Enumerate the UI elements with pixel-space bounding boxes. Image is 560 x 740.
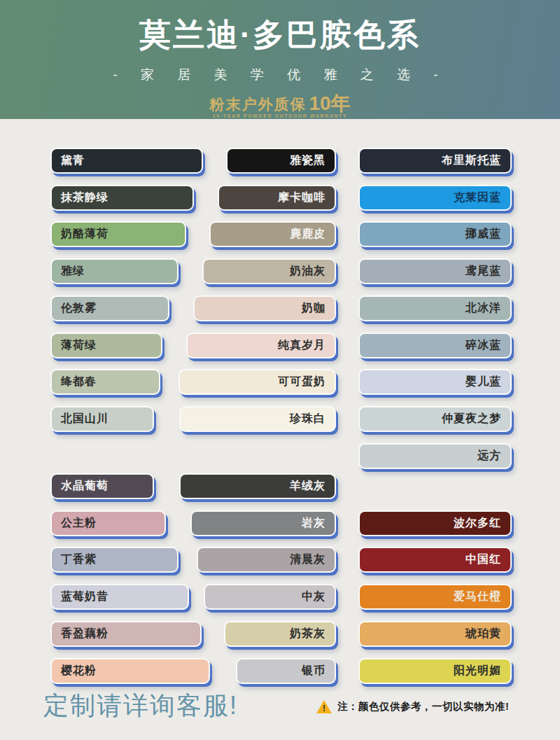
swatch-可可蛋奶: 可可蛋奶 [178,369,336,395]
page-title: 莫兰迪·多巴胺色系 [0,0,560,56]
swatch-婴儿蓝: 婴儿蓝 [358,369,512,395]
swatch-label: 清晨灰 [290,552,326,567]
swatch-阳光明媚: 阳光明媚 [358,658,512,684]
swatch-丁香紫: 丁香紫 [50,547,178,573]
swatch-label: 雅绿 [61,264,85,279]
swatch-label: 抹茶静绿 [61,190,108,205]
swatch-label: 羊绒灰 [290,479,326,494]
swatch-label: 中国红 [465,552,501,567]
swatch-薄荷绿: 薄荷绿 [50,333,162,358]
swatch-雅瓷黑: 雅瓷黑 [226,148,336,174]
swatch-label: 阳光明媚 [454,664,501,678]
warranty-badge-english: 10-YEAR POWDER OUTDOOR WARRANTY [0,113,560,118]
contact-service-text: 定制请详询客服! [43,689,238,723]
swatch-label: 水晶葡萄 [61,479,108,494]
swatch-label: 可可蛋奶 [278,375,326,389]
swatch-label: 远方 [477,449,501,463]
swatch-抹茶静绿: 抹茶静绿 [50,185,194,211]
swatch-label: 香盈藕粉 [61,627,108,641]
swatch-label: 克莱因蓝 [454,190,501,205]
swatch-清晨灰: 清晨灰 [197,547,336,573]
swatch-雅绿: 雅绿 [50,258,178,284]
swatch-label: 丁香紫 [61,552,97,567]
swatch-label: 奶酪薄荷 [61,227,108,242]
header: 莫兰迪·多巴胺色系 - 家 居 美 学 优 雅 之 选 - 粉末户外质保 10年… [0,0,560,119]
swatch-北国山川: 北国山川 [50,406,154,432]
warranty-badge-text: 粉末户外质保 [209,97,306,111]
swatch-label: 伦敦雾 [61,301,97,316]
swatch-label: 琥珀黄 [465,627,501,641]
swatch-布里斯托蓝: 布里斯托蓝 [358,148,512,174]
swatch-奶咖: 奶咖 [193,295,336,321]
swatch-label: 鸢尾蓝 [465,264,501,279]
swatch-label: 薄荷绿 [61,338,97,353]
swatch-羊绒灰: 羊绒灰 [179,473,336,499]
swatch-label: 银币 [302,664,326,678]
swatch-公主粉: 公主粉 [50,510,166,536]
swatch-label: 北国山川 [61,412,108,426]
swatch-label: 奶咖 [302,301,326,316]
swatch-珍珠白: 珍珠白 [179,406,336,432]
page-subtitle: - 家 居 美 学 优 雅 之 选 - [0,66,560,84]
disclaimer-text: 注：颜色仅供参考，一切以实物为准! [337,700,509,713]
swatch-北冰洋: 北冰洋 [358,295,512,321]
swatch-奶油灰: 奶油灰 [202,258,336,284]
swatch-label: 公主粉 [61,516,97,531]
swatch-label: 奶油灰 [290,264,326,279]
swatch-label: 麂鹿皮 [290,227,326,242]
color-disclaimer: ! 注：颜色仅供参考，一切以实物为准! [316,700,509,713]
swatch-远方: 远方 [358,443,512,469]
swatch-黛青: 黛青 [50,148,203,174]
swatch-中灰: 中灰 [204,584,336,610]
swatch-爱马仕橙: 爱马仕橙 [358,584,512,610]
swatch-伦敦雾: 伦敦雾 [50,295,169,321]
swatch-琥珀黄: 琥珀黄 [358,621,512,647]
warranty-badge-years: 10年 [309,94,350,113]
swatch-樱花粉: 樱花粉 [50,658,210,684]
swatch-label: 波尔多红 [454,516,501,531]
swatch-水晶葡萄: 水晶葡萄 [50,473,154,499]
swatch-label: 碎冰蓝 [465,338,501,353]
warning-icon: ! [316,700,332,713]
swatch-摩卡咖啡: 摩卡咖啡 [218,185,336,211]
swatch-麂鹿皮: 麂鹿皮 [209,221,336,247]
swatch-绛都春: 绛都春 [50,369,160,395]
swatch-label: 奶茶灰 [290,627,326,641]
warranty-badge: 粉末户外质保 10年 10-YEAR POWDER OUTDOOR WARRAN… [0,92,560,118]
swatch-label: 珍珠白 [290,412,326,426]
swatch-board: 莫兰迪·多巴胺色系 - 家 居 美 学 优 雅 之 选 - 粉末户外质保 10年… [0,0,560,740]
swatch-label: 黛青 [61,153,85,168]
swatch-label: 摩卡咖啡 [278,190,326,205]
swatch-label: 樱花粉 [61,664,97,678]
swatch-波尔多红: 波尔多红 [358,510,512,536]
swatch-label: 爱马仕橙 [454,589,501,604]
swatch-label: 蓝莓奶昔 [61,589,108,604]
swatch-label: 中灰 [302,589,326,604]
swatch-鸢尾蓝: 鸢尾蓝 [358,258,512,284]
swatch-label: 北冰洋 [465,301,501,316]
swatch-label: 纯真岁月 [278,338,326,353]
swatch-碎冰蓝: 碎冰蓝 [358,333,512,358]
swatch-label: 仲夏夜之梦 [442,412,501,426]
swatch-蓝莓奶昔: 蓝莓奶昔 [50,584,189,610]
swatch-label: 岩灰 [302,516,326,531]
swatch-挪威蓝: 挪威蓝 [358,221,512,247]
swatch-label: 婴儿蓝 [465,375,501,389]
swatch-仲夏夜之梦: 仲夏夜之梦 [358,406,512,432]
swatch-岩灰: 岩灰 [190,510,336,536]
swatch-label: 雅瓷黑 [290,153,326,168]
swatch-label: 绛都春 [61,375,97,389]
swatch-中国红: 中国红 [358,547,512,573]
swatch-银币: 银币 [236,658,336,684]
swatch-奶酪薄荷: 奶酪薄荷 [50,221,186,247]
swatch-label: 挪威蓝 [465,227,501,242]
swatch-纯真岁月: 纯真岁月 [186,333,336,358]
swatch-克莱因蓝: 克莱因蓝 [358,185,512,211]
swatch-label: 布里斯托蓝 [442,153,501,168]
swatch-奶茶灰: 奶茶灰 [224,621,336,647]
swatch-香盈藕粉: 香盈藕粉 [50,621,202,647]
